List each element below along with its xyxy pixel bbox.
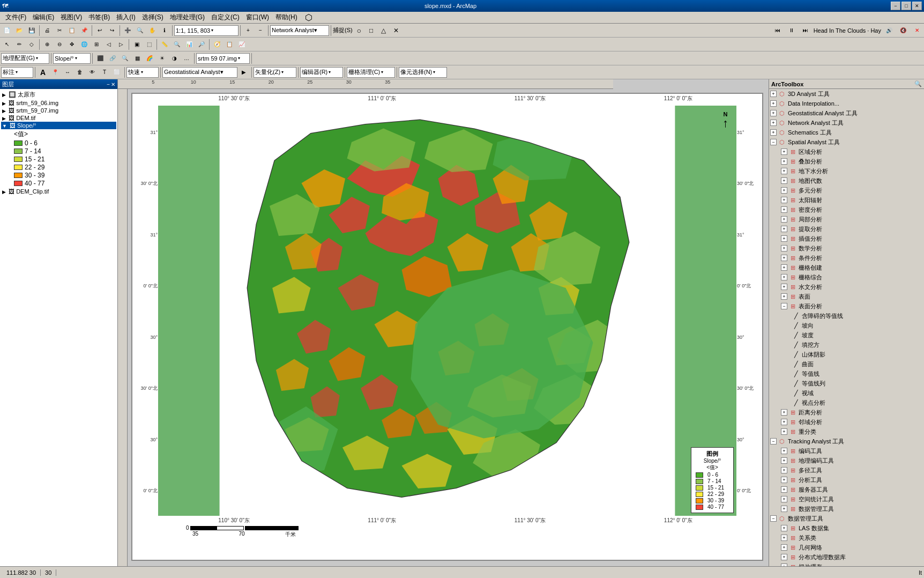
- arrow-tool[interactable]: ↖: [1, 39, 13, 50]
- menu-geoprocess[interactable]: 地理处理(G): [167, 12, 208, 23]
- e13[interactable]: +: [781, 264, 787, 271]
- geostat-combo[interactable]: Geostatistical Analyst▾: [162, 67, 237, 78]
- slope-combo[interactable]: Slope/° ▾: [53, 53, 91, 64]
- toolbox-multi-path[interactable]: +⊞多径工具: [780, 465, 924, 475]
- expand-schematics[interactable]: +: [770, 129, 777, 136]
- edit-combo[interactable]: 编辑器(R)▾: [300, 67, 343, 78]
- toolbox-multi[interactable]: +⊞多元分析: [780, 186, 924, 195]
- toolbox-neighbor[interactable]: +⊞邻域分析: [780, 417, 924, 427]
- menu-view[interactable]: 视图(V): [57, 12, 85, 23]
- pan-btn[interactable]: ✋: [146, 25, 158, 36]
- fwd-btn[interactable]: ▷: [115, 39, 127, 50]
- toolbox-conditional[interactable]: +⊞条件分析: [780, 253, 924, 263]
- toolbox-surface[interactable]: +⊞表面: [780, 292, 924, 301]
- measure-btn[interactable]: 📏: [159, 39, 170, 50]
- img-more-btn[interactable]: …: [181, 53, 192, 64]
- toolbox-density[interactable]: +⊞密度分析: [780, 205, 924, 214]
- toolbox-distance[interactable]: +⊞距离分析: [780, 407, 924, 417]
- e15[interactable]: +: [781, 284, 787, 290]
- capture-circle[interactable]: ○: [353, 25, 365, 36]
- t1[interactable]: +: [781, 448, 787, 454]
- label-del-btn[interactable]: 🗑: [74, 66, 86, 78]
- img-stretch-btn[interactable]: ⬛: [94, 53, 106, 64]
- layer-cities[interactable]: ▶ 🔲 太原市: [1, 90, 116, 99]
- toolbox-server[interactable]: +⊞服务器工具: [780, 485, 924, 494]
- label-combo[interactable]: 标注▾: [1, 67, 33, 78]
- toolbox-algebra[interactable]: +⊞地图代数: [780, 176, 924, 186]
- zoom-full-btn[interactable]: 🔍: [134, 25, 146, 36]
- e18[interactable]: +: [781, 419, 787, 425]
- img-bright-btn[interactable]: ☀: [156, 53, 168, 64]
- e19[interactable]: +: [781, 428, 787, 435]
- save-btn[interactable]: 💾: [26, 25, 38, 36]
- d3[interactable]: +: [781, 544, 787, 551]
- mapnav-btn[interactable]: 🧭: [211, 39, 223, 50]
- volume-btn[interactable]: 🔊: [883, 25, 895, 36]
- back-btn[interactable]: ◁: [103, 39, 115, 50]
- toolbox-groundwater[interactable]: +⊞地下水分析: [780, 166, 924, 176]
- t2[interactable]: +: [781, 457, 787, 464]
- toolbox-slope[interactable]: ╱坡度: [791, 330, 924, 340]
- panel-close-icon[interactable]: ✕: [111, 81, 115, 87]
- e10[interactable]: +: [781, 235, 787, 242]
- play-pause-btn[interactable]: ⏸: [786, 25, 798, 36]
- toolbox-hydro[interactable]: +⊞水文分析: [780, 282, 924, 292]
- map-area[interactable]: 5 10 15 20 25 30 35 110° 30' 0"东 111° 0'…: [118, 79, 769, 566]
- table-btn[interactable]: 📊: [183, 39, 195, 50]
- e4[interactable]: +: [781, 177, 787, 184]
- speed-combo[interactable]: 快速▾: [126, 67, 159, 78]
- close-media-btn[interactable]: ✕: [911, 25, 923, 36]
- e12[interactable]: +: [781, 255, 787, 261]
- next-btn[interactable]: ⏭: [800, 25, 811, 36]
- menu-help[interactable]: 帮助(H): [272, 12, 301, 23]
- toolbox-viewpoint[interactable]: ╱视点分析: [791, 398, 924, 407]
- mute-btn[interactable]: 🔇: [897, 25, 909, 36]
- node-tool[interactable]: ◇: [26, 39, 38, 50]
- img-contrast-btn[interactable]: ◑: [168, 53, 180, 64]
- report-btn[interactable]: 📋: [223, 39, 235, 50]
- toolbox-data-mgmt[interactable]: +⊞数据管理工具: [780, 504, 924, 514]
- toolbox-raster-combine[interactable]: +⊞栅格综合: [780, 272, 924, 282]
- cut-btn[interactable]: ✂: [54, 25, 65, 36]
- toolbox-spatial-stats[interactable]: +⊞空间统计工具: [780, 494, 924, 504]
- toolbox-interpolate[interactable]: +⊞插值分析: [780, 234, 924, 243]
- prev-btn[interactable]: ⏮: [772, 25, 784, 36]
- layer-dem[interactable]: ▶ 🖼 DEM.tif: [1, 114, 116, 122]
- e6[interactable]: +: [781, 197, 787, 203]
- toolbox-3d-analyst[interactable]: + ⬡ 3D Analyst 工具: [769, 89, 924, 99]
- identify2-btn[interactable]: 🔍: [171, 39, 183, 50]
- e9[interactable]: +: [781, 226, 787, 232]
- zoom-out2-btn[interactable]: ⊖: [54, 39, 65, 50]
- image-name-combo[interactable]: srtm 59 07.img ▾: [196, 53, 250, 64]
- menu-bookmarks[interactable]: 书签(B): [85, 12, 113, 23]
- expand-network[interactable]: +: [770, 120, 777, 126]
- menu-edit[interactable]: 编辑(E): [29, 12, 57, 23]
- search-btn[interactable]: 🔎: [196, 39, 207, 50]
- t5[interactable]: +: [781, 486, 787, 493]
- img-zoom-btn[interactable]: 🔍: [119, 53, 131, 64]
- network-analyst-combo[interactable]: Network Analyst▾: [270, 25, 329, 36]
- d1[interactable]: +: [781, 525, 787, 531]
- paste-btn[interactable]: 📌: [78, 25, 90, 36]
- grid-clean-combo[interactable]: 栅格清理(C)▾: [347, 67, 395, 78]
- e17[interactable]: +: [781, 409, 787, 416]
- menu-window[interactable]: 窗口(W): [243, 12, 272, 23]
- toolbox-encode[interactable]: +⊞编码工具: [780, 446, 924, 456]
- e16[interactable]: +: [781, 293, 787, 300]
- redo-btn[interactable]: ↪: [106, 25, 118, 36]
- panel-minimize-icon[interactable]: −: [107, 81, 110, 87]
- zoom-out-btn[interactable]: −: [255, 25, 266, 36]
- toolbox-zone[interactable]: +⊞区域分析: [780, 147, 924, 157]
- toolbox-tracking[interactable]: − ⬡ Tracking Analyst 工具: [769, 436, 924, 446]
- toolbox-las[interactable]: +⊞LAS 数据集: [780, 523, 924, 533]
- toolbox-tile-cache[interactable]: +⊞切片缓存: [780, 562, 924, 566]
- toolbox-distributed[interactable]: +⊞分布式地理数据库: [780, 552, 924, 562]
- add-data-btn[interactable]: ➕: [122, 25, 133, 36]
- label-font-btn[interactable]: T: [99, 66, 110, 78]
- capture-tri[interactable]: △: [378, 25, 390, 36]
- menu-insert[interactable]: 插入(I): [113, 12, 138, 23]
- expand-spatial[interactable]: −: [770, 139, 777, 145]
- menu-file[interactable]: 文件(F): [2, 12, 29, 23]
- copy-btn[interactable]: 📋: [66, 25, 78, 36]
- t4[interactable]: +: [781, 477, 787, 483]
